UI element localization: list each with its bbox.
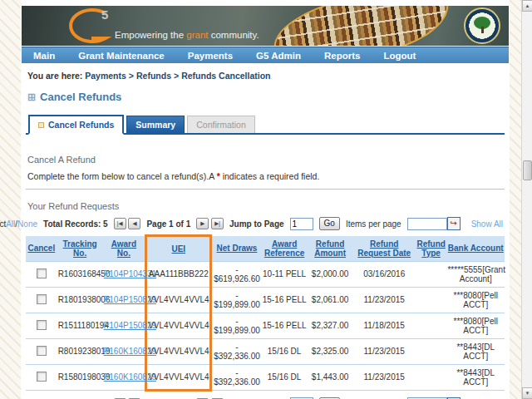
column-header-tracking-no-: Tracking No.	[57, 236, 103, 262]
cancel-checkbox[interactable]	[37, 320, 47, 330]
bank-account-cell: **8443[DL ACCT]	[446, 338, 505, 364]
net-draws-cell: -$619,926.60	[211, 261, 262, 287]
column-header-bank-account: Bank Account	[446, 236, 505, 262]
select-none-link[interactable]: None	[17, 219, 37, 229]
bank-account-cell: ***8080[Pell ACCT]	[446, 313, 505, 338]
refund-amount-cell: $2,000.00	[308, 261, 353, 287]
refund-type-cell	[416, 338, 447, 364]
section-title: Cancel A Refund	[27, 155, 505, 165]
column-header-uei: UEI	[146, 236, 211, 262]
logo-five: 5	[101, 7, 108, 22]
tab-confirmation: Confirmation	[187, 116, 255, 133]
tab-icon	[38, 122, 44, 128]
refund-request-date-cell: 11/23/2015	[353, 338, 416, 364]
table-row: R1511180194 P104P150829 VVL4VVL4VVL4 -$1…	[26, 313, 505, 338]
refund-table: CancelTracking No.Award No.UEINet DrawsA…	[26, 234, 505, 392]
breadcrumb-link-refunds[interactable]: Refunds	[136, 71, 171, 81]
column-header-award-reference: Award Reference	[262, 236, 308, 262]
table-row: R8019238019 P160K160829 VVL4VVL4VVL4 -$3…	[26, 338, 505, 364]
uei-cell: AAA111BBB222	[146, 261, 211, 287]
net-draws-cell: -$199,899.00	[211, 313, 262, 338]
main-navbar: MainGrant MaintenancePaymentsG5 AdminRep…	[22, 47, 509, 63]
tab-cancel-refunds[interactable]: Cancel Refunds	[28, 115, 124, 135]
tab-bar: Cancel RefundsSummaryConfirmation	[26, 115, 505, 135]
bank-account-cell: **8443[DL ACCT]	[446, 364, 505, 390]
uei-cell: VVL4VVL4VVL4	[146, 287, 211, 313]
cancel-checkbox[interactable]	[37, 372, 47, 382]
award-reference-cell: 15/16 DL	[262, 338, 308, 364]
last-page-button[interactable]: ▶|	[211, 218, 224, 229]
total-records: Total Records: 5	[43, 219, 108, 229]
g5-application-window: 5 Empowering the grant community. MainGr…	[0, 0, 532, 399]
refund-request-date-cell: 11/18/2015	[353, 313, 416, 338]
pagination-bar: SelectAll/None Total Records: 5 |◀ ◀ Pag…	[26, 217, 505, 230]
nav-item-grant-maintenance[interactable]: Grant Maintenance	[66, 51, 176, 61]
down-arrow-icon: ▼	[525, 391, 530, 396]
award-reference-cell: 15-16 PELL	[262, 313, 308, 338]
refund-request-date-cell: 03/16/2016	[353, 261, 416, 287]
uei-cell: VVL4VVL4VVL4	[146, 313, 211, 338]
items-per-page-label: Items per page	[346, 219, 401, 229]
tab-summary[interactable]: Summary	[126, 116, 185, 133]
refund-amount-cell: $2,061.00	[308, 287, 353, 313]
jump-to-page-input[interactable]	[290, 218, 313, 230]
prev-page-button[interactable]: ◀	[128, 218, 140, 229]
table-row: R1801938006 P104P150829 VVL4VVL4VVL4 -$1…	[26, 287, 505, 313]
column-header-net-draws: Net Draws	[211, 236, 262, 262]
uei-cell: VVL4VVL4VVL4	[146, 338, 211, 364]
items-per-page-apply-button[interactable]: ↪	[447, 217, 461, 230]
nav-item-payments[interactable]: Payments	[176, 51, 244, 61]
nav-item-main[interactable]: Main	[22, 51, 66, 61]
education-seal-icon	[464, 7, 500, 44]
nav-item-logout[interactable]: Logout	[372, 51, 427, 61]
select-all-link[interactable]: All	[6, 219, 15, 229]
vertical-scrollbar[interactable]: ▲ ▼	[521, 0, 532, 399]
column-header-award-no-: Award No.	[103, 236, 146, 262]
jump-to-page-label: Jump to Page	[229, 219, 284, 229]
items-per-page-input[interactable]	[407, 218, 447, 230]
breadcrumb-link-payments[interactable]: Payments	[85, 71, 126, 81]
up-arrow-icon: ▲	[525, 3, 530, 8]
net-draws-cell: -$392,336.00	[211, 364, 262, 390]
scroll-down-button[interactable]: ▼	[522, 387, 532, 399]
breadcrumb: You are here: Payments>Refunds>Refunds C…	[27, 71, 505, 81]
grid-icon: ⊞	[27, 91, 36, 103]
go-button[interactable]: Go	[319, 217, 340, 230]
refund-amount-cell: $2,325.00	[308, 338, 353, 364]
bookshelf-photo	[268, 6, 455, 46]
award-reference-cell: 15/16 DL	[262, 364, 308, 390]
table-row: R1603168450 P104P104331 AAA111BBB222 -$6…	[26, 261, 505, 287]
bank-account-cell: *****5555[Grant Account]	[446, 261, 505, 287]
award-reference-cell: 15-16 PELL	[262, 287, 308, 313]
breadcrumb-separator: >	[171, 71, 181, 81]
refund-request-date-cell: 11/23/2015	[353, 364, 416, 390]
next-page-button[interactable]: ▶	[196, 218, 209, 229]
cancel-checkbox[interactable]	[37, 294, 47, 304]
nav-item-g5-admin[interactable]: G5 Admin	[244, 51, 313, 61]
refund-type-cell	[416, 261, 447, 287]
page-title: ⊞Cancel Refunds	[27, 91, 505, 103]
cancel-checkbox[interactable]	[37, 268, 47, 278]
nav-item-reports[interactable]: Reports	[313, 51, 372, 61]
first-page-button[interactable]: |◀	[114, 218, 126, 229]
breadcrumb-separator: >	[126, 71, 136, 81]
cancel-checkbox[interactable]	[37, 346, 47, 356]
content-area: 5 Empowering the grant community. MainGr…	[21, 0, 510, 399]
redo-arrow-icon: ↪	[450, 219, 456, 228]
column-header-refund-amount: Refund Amount	[308, 236, 353, 262]
refund-request-date-cell: 11/23/2015	[353, 287, 416, 313]
refund-table-body: R1603168450 P104P104331 AAA111BBB222 -$6…	[26, 261, 505, 390]
banner: 5 Empowering the grant community.	[22, 6, 509, 46]
breadcrumb-prefix: You are here:	[27, 71, 82, 81]
divider	[26, 189, 505, 190]
refund-type-cell	[416, 313, 447, 338]
tracking-no-cell: R8019238019	[57, 338, 103, 364]
bank-account-cell: ***8080[Pell ACCT]	[446, 287, 505, 313]
breadcrumb-link-refunds-cancellation[interactable]: Refunds Cancellation	[181, 71, 270, 81]
select-label: SelectAll/None	[0, 219, 37, 229]
show-all-link[interactable]: Show All	[471, 219, 503, 229]
scrollbar-thumb[interactable]	[523, 160, 532, 180]
refund-amount-cell: $1,443.00	[308, 364, 353, 390]
tracking-no-cell: R1511180194	[57, 313, 103, 338]
scroll-up-button[interactable]: ▲	[522, 0, 532, 12]
